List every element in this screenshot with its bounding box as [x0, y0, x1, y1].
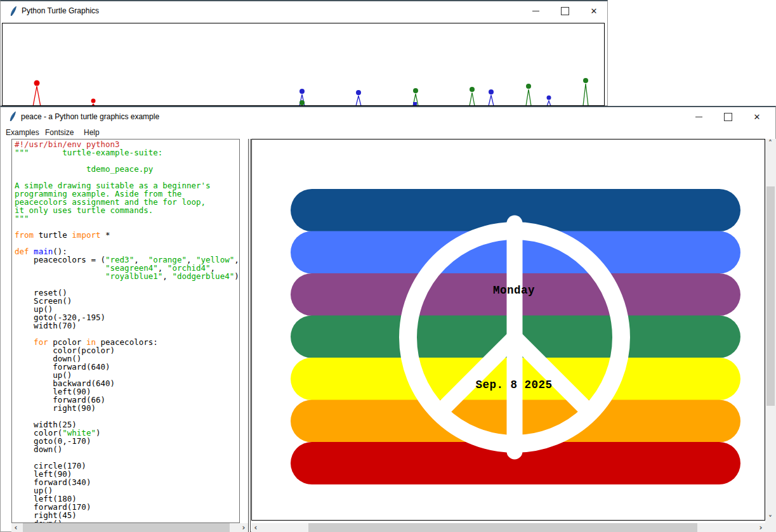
maximize-icon [724, 113, 732, 121]
peace-demo-window: peace - a Python turtle graphics example… [0, 106, 776, 532]
code-line: """ turtle-example-suite: [15, 148, 239, 157]
code-text: #!/usr/bin/env python3""" turtle-example… [15, 140, 239, 523]
code-line: """ [15, 214, 239, 223]
tk-feather-icon [9, 6, 18, 16]
close-icon: ✕ [754, 113, 761, 121]
turtle-canvas [2, 23, 605, 106]
maximize-button[interactable] [718, 107, 737, 126]
canvas-text: Sep. 8 2025 [475, 379, 552, 391]
code-line: width(70) [15, 321, 239, 330]
code-hscrollbar[interactable]: ‹ › [11, 523, 248, 532]
peace-drawing: MondaySep. 8 2025 [252, 139, 765, 520]
scroll-right-icon[interactable]: › [239, 523, 248, 532]
turtle-figure [356, 90, 361, 105]
scroll-right-icon[interactable]: › [756, 523, 765, 532]
close-button[interactable]: ✕ [584, 1, 603, 20]
window-controls: ✕ [526, 1, 608, 20]
window-title: Python Turtle Graphics [22, 6, 99, 15]
scroll-down-icon[interactable]: ˅ [766, 514, 775, 523]
maximize-button[interactable] [555, 1, 574, 20]
turtle-figure [91, 99, 96, 106]
code-line: down() [15, 445, 239, 453]
minimize-button[interactable] [689, 107, 708, 126]
pane-sash[interactable] [248, 139, 251, 532]
window-title: peace - a Python turtle graphics example [21, 112, 159, 121]
code-line: tdemo_peace.py [15, 165, 239, 173]
scroll-up-icon[interactable]: ˄ [766, 139, 775, 148]
menubar: Examples Fontsize Help [1, 126, 775, 139]
code-line: "royalblue1", "dodgerblue4") [15, 272, 239, 280]
scroll-left-icon[interactable]: ‹ [251, 523, 260, 532]
scroll-thumb[interactable] [308, 523, 697, 532]
scroll-thumb[interactable] [23, 523, 230, 532]
scrollbar-corner [765, 523, 776, 532]
drawing-canvas: MondaySep. 8 2025 [251, 139, 765, 521]
scroll-left-icon[interactable]: ‹ [11, 523, 20, 532]
turtle-figures [3, 23, 604, 105]
canvas-text: Monday [493, 284, 535, 297]
menu-help[interactable]: Help [84, 128, 100, 137]
canvas-hscrollbar[interactable]: ‹ › [251, 523, 765, 532]
turtle-figure [299, 89, 305, 105]
code-line: from turtle import * [15, 231, 239, 239]
close-button[interactable]: ✕ [747, 107, 766, 126]
canvas-vscrollbar[interactable]: ˄ ˅ [765, 139, 776, 523]
tk-feather-icon [8, 111, 17, 122]
turtle-graphics-window: Python Turtle Graphics ✕ [0, 0, 608, 106]
minimize-icon [532, 11, 539, 11]
turtle-figure [547, 96, 551, 106]
turtle-figure [489, 89, 494, 105]
turtle-figure [526, 84, 531, 105]
code-pane[interactable]: #!/usr/bin/env python3""" turtle-example… [11, 139, 240, 523]
scroll-thumb[interactable] [766, 186, 775, 406]
menu-fontsize[interactable]: Fontsize [45, 128, 74, 137]
turtle-figure [583, 78, 588, 105]
turtle-figure [33, 81, 41, 106]
minimize-button[interactable] [526, 1, 545, 20]
close-icon: ✕ [591, 7, 598, 15]
turtle-figure [413, 88, 418, 105]
menu-examples[interactable]: Examples [6, 128, 39, 137]
minimize-icon [695, 117, 702, 117]
desktop: Python Turtle Graphics ✕ peace - a Pytho… [0, 0, 776, 532]
peace-titlebar: peace - a Python turtle graphics example… [1, 107, 775, 126]
code-line: right(90) [15, 404, 239, 412]
maximize-icon [561, 7, 569, 15]
code-line: it only uses turtle commands. [15, 206, 239, 214]
window-controls: ✕ [689, 107, 772, 126]
turtle-figure [470, 87, 475, 105]
turtle-graphics-titlebar: Python Turtle Graphics ✕ [1, 1, 607, 20]
